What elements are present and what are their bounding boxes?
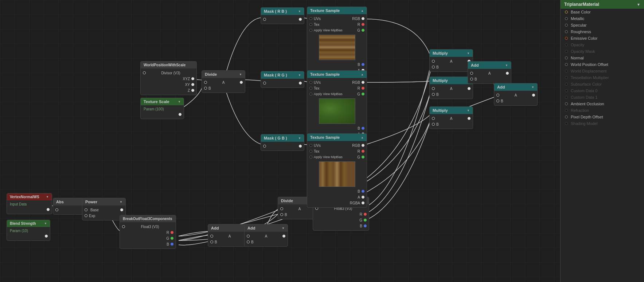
add-s2-b-in[interactable] xyxy=(247,240,250,243)
add2-arrow[interactable]: ▼ xyxy=(531,86,534,89)
tex-sample1-header[interactable]: Texture Sample ▲ xyxy=(307,7,367,14)
mask-rb-arrow[interactable]: ▼ xyxy=(298,10,301,13)
power-out[interactable] xyxy=(120,208,123,211)
texture-scale-header[interactable]: Texture Scale ▼ xyxy=(141,98,184,105)
power-base-in[interactable] xyxy=(85,208,87,211)
add-small2-header[interactable]: Add ▼ xyxy=(245,224,288,232)
multiply1-header[interactable]: Multiply ▼ xyxy=(430,50,473,57)
tex2-tex-in[interactable] xyxy=(309,87,312,90)
divide-b-b-in[interactable] xyxy=(280,213,283,216)
add1-a-in[interactable] xyxy=(470,72,473,75)
add1-out[interactable] xyxy=(506,72,509,75)
tex3-uvs-in[interactable] xyxy=(309,144,312,147)
mask-rb-in[interactable] xyxy=(263,18,266,21)
divide-b-a-in[interactable] xyxy=(280,207,283,210)
add2-out[interactable] xyxy=(532,94,535,97)
mask-rg-out[interactable] xyxy=(299,82,302,85)
multiply3-arrow[interactable]: ▼ xyxy=(467,109,470,112)
tex3-b-out[interactable] xyxy=(362,190,364,193)
multiply3-header[interactable]: Multiply ▼ xyxy=(430,107,473,114)
divide-arrow[interactable]: ▼ xyxy=(239,73,242,76)
tex3-a-out[interactable] xyxy=(362,196,364,199)
mult2-out[interactable] xyxy=(468,87,471,90)
add-s2-out[interactable] xyxy=(282,235,285,238)
world-pos-xyz-pin[interactable] xyxy=(191,77,194,80)
tex-sample3-arrow[interactable]: ▲ xyxy=(361,136,364,139)
mask-gb-header[interactable]: Mask ( G B ) ▼ xyxy=(261,134,304,142)
base-color-pin[interactable] xyxy=(565,11,568,13)
normal-pin[interactable] xyxy=(565,56,568,59)
world-pos-z-pin[interactable] xyxy=(191,89,194,92)
mask-gb-out[interactable] xyxy=(299,145,302,148)
tex1-b-out[interactable] xyxy=(362,63,364,66)
breakout-a-r-pin[interactable] xyxy=(171,231,173,234)
add-s2-a-in[interactable] xyxy=(247,235,250,238)
mult1-b-in[interactable] xyxy=(432,66,435,68)
mult2-b-in[interactable] xyxy=(432,93,435,96)
tex-sample2-header[interactable]: Texture Sample ▲ xyxy=(307,71,367,78)
tex3-tex-in[interactable] xyxy=(309,150,312,153)
divide-out[interactable] xyxy=(240,81,243,84)
abs-in[interactable] xyxy=(55,208,58,211)
mult3-a-in[interactable] xyxy=(432,117,435,120)
mult1-a-in[interactable] xyxy=(432,60,435,63)
texture-scale-arrow[interactable]: ▼ xyxy=(178,100,181,103)
mult3-out[interactable] xyxy=(468,117,471,120)
world-pos-xy-pin[interactable] xyxy=(191,83,194,86)
mask-rg-header[interactable]: Mask ( R G ) ▼ xyxy=(261,71,304,79)
mask-gb-in[interactable] xyxy=(263,145,266,148)
divide-a-in[interactable] xyxy=(204,81,207,84)
divide-header[interactable]: Divide ▼ xyxy=(202,71,245,78)
mask-gb-arrow[interactable]: ▼ xyxy=(298,137,301,140)
add2-b-in[interactable] xyxy=(496,99,499,102)
tex1-r-out[interactable] xyxy=(362,23,364,26)
vertex-normal-ws-arrow[interactable]: ▼ xyxy=(46,195,49,199)
add-small2-arrow[interactable]: ▼ xyxy=(282,227,285,230)
emissive-pin[interactable] xyxy=(565,37,568,40)
pixel-depth-pin[interactable] xyxy=(565,115,568,118)
specular-pin[interactable] xyxy=(565,24,568,27)
breakout-b-b-pin[interactable] xyxy=(364,224,367,227)
mult3-b-in[interactable] xyxy=(432,123,435,126)
power-header[interactable]: Power ▼ xyxy=(82,198,125,205)
tex3-g-out[interactable] xyxy=(362,156,364,158)
add2-a-in[interactable] xyxy=(496,94,499,97)
add1-arrow[interactable]: ▼ xyxy=(505,64,508,67)
add-s1-a-in[interactable] xyxy=(210,235,213,238)
world-pos-header[interactable]: WorldPositionWithScale xyxy=(141,62,196,68)
tex2-mip-in[interactable] xyxy=(309,93,312,95)
breakout-a-in[interactable] xyxy=(122,225,125,228)
blend-strength-out-pin[interactable] xyxy=(45,235,48,238)
breakout-a-b-pin[interactable] xyxy=(171,243,173,246)
mask-rb-out[interactable] xyxy=(299,18,302,21)
tex-sample3-header[interactable]: Texture Sample ▲ xyxy=(307,134,367,141)
tex1-uvs-in[interactable] xyxy=(309,17,312,20)
tex3-mip-in[interactable] xyxy=(309,156,312,158)
add1-b-in[interactable] xyxy=(470,78,473,81)
multiply1-arrow[interactable]: ▼ xyxy=(467,52,470,55)
mask-rg-in[interactable] xyxy=(263,82,266,85)
tex-sample1-arrow[interactable]: ▲ xyxy=(361,9,364,12)
add2-header[interactable]: Add ▼ xyxy=(494,83,537,91)
tex1-rgb-out[interactable] xyxy=(362,17,364,20)
tex1-mip-in[interactable] xyxy=(309,29,312,32)
tex3-rgb-out[interactable] xyxy=(362,144,364,147)
breakout-a-g-pin[interactable] xyxy=(171,237,173,240)
tex1-tex-in[interactable] xyxy=(309,23,312,26)
triplanar-arrow[interactable]: ▼ xyxy=(637,3,640,7)
mask-rg-arrow[interactable]: ▼ xyxy=(298,74,301,77)
tex2-uvs-in[interactable] xyxy=(309,81,312,84)
world-pos-offset-pin[interactable] xyxy=(565,63,568,66)
add-s1-b-in[interactable] xyxy=(210,240,213,243)
breakout-b-r-pin[interactable] xyxy=(364,213,367,216)
power-arrow[interactable]: ▼ xyxy=(120,200,122,204)
mult2-a-in[interactable] xyxy=(432,87,435,90)
breakout-a-header[interactable]: BreakOutFloat3Components xyxy=(120,215,176,222)
breakout-b-g-pin[interactable] xyxy=(364,219,367,222)
blend-strength-arrow[interactable]: ▼ xyxy=(44,222,47,225)
add1-header[interactable]: Add ▼ xyxy=(468,62,511,69)
mask-rb-header[interactable]: Mask ( R B ) ▼ xyxy=(261,8,304,15)
tex-sample2-arrow[interactable]: ▲ xyxy=(361,73,364,76)
roughness-pin[interactable] xyxy=(565,30,568,33)
tex2-b-out[interactable] xyxy=(362,127,364,130)
